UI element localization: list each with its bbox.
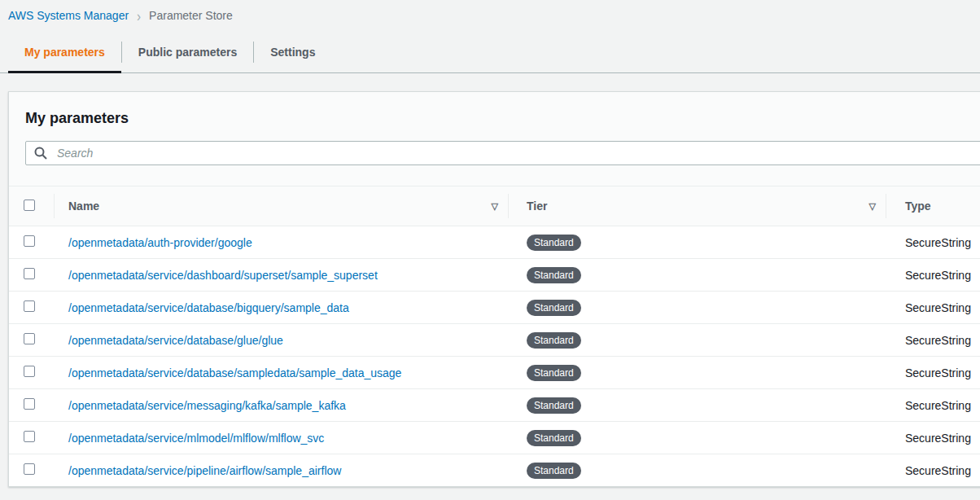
parameter-type-cell: SecureString <box>886 366 980 379</box>
parameter-type-cell: SecureString <box>886 236 980 249</box>
parameter-name-link[interactable]: /openmetadata/service/database/bigquery/… <box>68 301 349 314</box>
row-checkbox[interactable] <box>24 463 35 475</box>
tier-badge: Standard <box>527 430 581 446</box>
parameter-type-cell: SecureString <box>886 432 980 445</box>
parameter-type-cell: SecureString <box>886 399 980 412</box>
tier-badge: Standard <box>527 235 581 251</box>
filter-caret-icon[interactable]: ▽ <box>869 202 876 211</box>
row-checkbox[interactable] <box>24 268 35 279</box>
search-input[interactable] <box>55 146 980 160</box>
parameter-tier-cell: Standard <box>508 300 886 316</box>
parameter-name-cell: /openmetadata/service/database/glue/glue <box>54 334 508 347</box>
breadcrumb-link-systems-manager[interactable]: AWS Systems Manager <box>8 9 129 22</box>
header-select-all-cell <box>9 200 54 213</box>
parameter-tier-cell: Standard <box>508 397 886 414</box>
parameter-type-cell: SecureString <box>886 269 980 282</box>
tier-badge: Standard <box>527 397 581 414</box>
row-select-cell <box>9 366 54 379</box>
breadcrumb: AWS Systems Manager › Parameter Store <box>0 0 980 31</box>
table-row: /openmetadata/service/pipeline/airflow/s… <box>9 454 980 486</box>
tier-badge: Standard <box>527 463 581 479</box>
filter-caret-icon[interactable]: ▽ <box>492 202 498 211</box>
column-header-name[interactable]: Name ▽ <box>54 194 508 218</box>
table-row: /openmetadata/service/mlmodel/mlflow/mlf… <box>9 421 980 454</box>
parameter-name-link[interactable]: /openmetadata/service/database/sampledat… <box>68 366 401 379</box>
panel-header: My parameters <box>9 92 980 186</box>
column-header-name-label: Name <box>68 200 99 213</box>
row-checkbox[interactable] <box>24 398 35 410</box>
parameter-type-cell: SecureString <box>886 334 980 347</box>
tab-settings[interactable]: Settings <box>254 31 331 72</box>
tab-my-parameters[interactable]: My parameters <box>8 31 121 72</box>
table-row: /openmetadata/service/dashboard/superset… <box>9 258 980 291</box>
row-checkbox[interactable] <box>24 431 35 442</box>
table-header-row: Name ▽ Tier ▽ Type <box>9 186 980 226</box>
row-select-cell <box>9 235 54 249</box>
tier-badge: Standard <box>527 300 581 316</box>
column-header-tier[interactable]: Tier ▽ <box>508 194 886 218</box>
panel-title: My parameters <box>25 110 980 127</box>
row-select-cell <box>9 398 54 412</box>
parameter-type-cell: SecureString <box>886 464 980 477</box>
row-checkbox[interactable] <box>24 300 35 312</box>
parameter-name-cell: /openmetadata/service/database/bigquery/… <box>54 301 508 314</box>
parameter-name-cell: /openmetadata/service/messaging/kafka/sa… <box>54 399 508 412</box>
column-header-tier-label: Tier <box>527 200 547 213</box>
row-checkbox[interactable] <box>24 235 35 247</box>
row-select-cell <box>9 268 54 282</box>
parameter-type-value: SecureString <box>905 301 971 314</box>
select-all-checkbox[interactable] <box>24 200 35 211</box>
parameter-type-value: SecureString <box>905 334 971 347</box>
parameter-type-value: SecureString <box>905 366 971 379</box>
tier-badge: Standard <box>527 365 581 381</box>
table-row: /openmetadata/service/database/bigquery/… <box>9 291 980 323</box>
table-row: /openmetadata/service/database/glue/glue… <box>9 323 980 356</box>
parameter-tier-cell: Standard <box>508 235 886 251</box>
table-row: /openmetadata/service/database/sampledat… <box>9 356 980 388</box>
parameter-name-cell: /openmetadata/service/pipeline/airflow/s… <box>54 464 508 477</box>
parameter-tier-cell: Standard <box>508 332 886 349</box>
parameter-type-cell: SecureString <box>886 301 980 314</box>
parameter-name-link[interactable]: /openmetadata/service/dashboard/superset… <box>68 269 378 282</box>
row-checkbox[interactable] <box>24 333 35 344</box>
parameter-tier-cell: Standard <box>508 463 886 479</box>
search-box[interactable] <box>25 141 980 165</box>
column-header-type-label: Type <box>905 200 931 213</box>
tab-bar: My parameters Public parameters Settings <box>0 31 980 73</box>
parameter-type-value: SecureString <box>905 236 971 249</box>
parameter-name-cell: /openmetadata/auth-provider/google <box>54 236 508 249</box>
row-select-cell <box>9 431 54 445</box>
parameter-type-value: SecureString <box>905 464 971 477</box>
row-select-cell <box>9 463 54 477</box>
parameter-tier-cell: Standard <box>508 430 886 446</box>
column-header-type: Type <box>886 194 980 218</box>
my-parameters-panel: My parameters Name ▽ Tier ▽ Type /openme… <box>8 91 980 487</box>
parameter-tier-cell: Standard <box>508 267 886 283</box>
row-select-cell <box>9 333 54 347</box>
breadcrumb-current-page: Parameter Store <box>149 9 233 22</box>
parameter-type-value: SecureString <box>905 399 971 412</box>
parameter-name-cell: /openmetadata/service/database/sampledat… <box>54 366 508 379</box>
table-body: /openmetadata/auth-provider/googleStanda… <box>9 226 980 486</box>
parameter-name-link[interactable]: /openmetadata/service/mlmodel/mlflow/mlf… <box>68 432 324 445</box>
row-select-cell <box>9 300 54 314</box>
parameter-name-cell: /openmetadata/service/dashboard/superset… <box>54 269 508 282</box>
tier-badge: Standard <box>527 332 581 349</box>
parameter-name-link[interactable]: /openmetadata/service/pipeline/airflow/s… <box>68 464 341 477</box>
tier-badge: Standard <box>527 267 581 283</box>
table-row: /openmetadata/auth-provider/googleStanda… <box>9 226 980 258</box>
parameter-tier-cell: Standard <box>508 365 886 381</box>
tab-public-parameters[interactable]: Public parameters <box>122 31 253 72</box>
magnifier-icon <box>34 147 47 160</box>
parameter-name-link[interactable]: /openmetadata/service/messaging/kafka/sa… <box>68 399 346 412</box>
chevron-right-icon: › <box>137 7 141 24</box>
parameter-name-cell: /openmetadata/service/mlmodel/mlflow/mlf… <box>54 432 508 445</box>
parameter-name-link[interactable]: /openmetadata/auth-provider/google <box>68 236 252 249</box>
parameter-type-value: SecureString <box>905 432 971 445</box>
parameter-type-value: SecureString <box>905 269 971 282</box>
parameter-name-link[interactable]: /openmetadata/service/database/glue/glue <box>68 334 283 347</box>
table-row: /openmetadata/service/messaging/kafka/sa… <box>9 388 980 421</box>
row-checkbox[interactable] <box>24 366 35 377</box>
